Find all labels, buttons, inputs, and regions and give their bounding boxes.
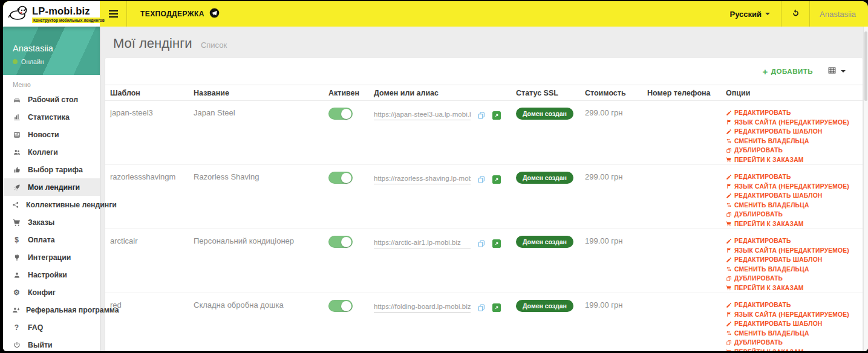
option-duplicate[interactable]: ДУБЛИРОВАТЬ	[726, 210, 858, 219]
option-duplicate[interactable]: ДУБЛИРОВАТЬ	[726, 274, 858, 283]
flag-icon	[726, 247, 732, 253]
sidebar-item-10[interactable]: Настройки	[3, 266, 100, 283]
option-change-owner[interactable]: СМЕНИТЬ ВЛАДЕЛЬЦА	[726, 201, 858, 210]
language-selector[interactable]: Русский	[719, 1, 781, 27]
sidebar-item-2[interactable]: Новости	[3, 126, 100, 143]
add-button-label: ДОБАВИТЬ	[771, 68, 813, 75]
edit-icon	[726, 110, 732, 116]
option-edit[interactable]: РЕДАКТИРОВАТЬ	[726, 172, 858, 182]
template-name: arcticair	[110, 233, 138, 245]
support-button[interactable]: ТЕХПОДДЕРЖКА	[127, 1, 233, 27]
table-header: Шаблон Название Активен Домен или алиас …	[105, 85, 863, 101]
active-toggle[interactable]	[328, 172, 353, 184]
faq-icon: ?	[11, 323, 22, 332]
edit-icon	[726, 238, 732, 244]
landings-icon	[11, 183, 22, 192]
sidebar-item-8[interactable]: $ Оплата	[3, 231, 100, 248]
sidebar-item-7[interactable]: Заказы	[3, 213, 100, 231]
active-toggle[interactable]	[328, 300, 353, 312]
option-site-language[interactable]: ЯЗЫК САЙТА (НЕРЕДАКТИРУЕМОЕ)	[726, 182, 858, 192]
open-site-icon[interactable]	[492, 303, 501, 312]
topbar: LP-mobi.biz Конструктор мобильных лендин…	[3, 1, 868, 27]
domain-input[interactable]	[374, 302, 471, 313]
option-site-language[interactable]: ЯЗЫК САЙТА (НЕРЕДАКТИРУЕМОЕ)	[726, 310, 858, 320]
option-edit-template[interactable]: РЕДАКТИРОВАТЬ ШАБЛОН	[726, 255, 858, 265]
sidebar-menu: Рабочий стол Статистика Новости Коллеги …	[3, 91, 100, 351]
copy-domain-icon[interactable]	[477, 111, 486, 120]
sidebar-item-0[interactable]: Рабочий стол	[3, 91, 100, 108]
topbar-username[interactable]: Anastasiia	[810, 1, 868, 27]
referral-icon	[11, 306, 20, 314]
option-duplicate[interactable]: ДУБЛИРОВАТЬ	[726, 146, 858, 155]
open-site-icon[interactable]	[492, 175, 501, 184]
toggle-knob	[341, 237, 351, 247]
sidebar-item-1[interactable]: Статистика	[3, 108, 100, 126]
logo-subtitle: Конструктор мобильных лендингов	[32, 18, 106, 23]
domain-input[interactable]	[374, 238, 471, 248]
toggle-knob	[341, 109, 351, 119]
edit-icon	[726, 302, 732, 308]
active-toggle[interactable]	[328, 108, 353, 120]
swap-icon	[726, 138, 732, 144]
sidebar-item-5[interactable]: Мои лендинги	[3, 178, 100, 196]
option-edit-template[interactable]: РЕДАКТИРОВАТЬ ШАБЛОН	[726, 127, 858, 137]
option-change-owner[interactable]: СМЕНИТЬ ВЛАДЕЛЬЦА	[726, 137, 858, 146]
sidebar-item-11[interactable]: ⚙ Конфиг	[3, 283, 100, 301]
sidebar-item-4[interactable]: Выбор тарифа	[3, 161, 100, 178]
column-header: Статус SSL	[516, 89, 585, 97]
copy-domain-icon[interactable]	[477, 239, 486, 248]
column-header: Название	[194, 89, 328, 97]
menu-section-label: Меню	[3, 75, 100, 91]
scrollbar[interactable]	[863, 27, 868, 351]
domain-input[interactable]	[374, 173, 471, 184]
landings-card: + ДОБАВИТЬ Шаблон Название Активен Домен…	[105, 58, 863, 351]
option-change-owner[interactable]: СМЕНИТЬ ВЛАДЕЛЬЦА	[726, 329, 858, 338]
page-subtitle: Список	[201, 40, 227, 50]
option-change-owner[interactable]: СМЕНИТЬ ВЛАДЕЛЬЦА	[726, 265, 858, 274]
desktop-icon	[11, 96, 22, 104]
logout-icon	[11, 341, 22, 349]
edit-icon	[726, 174, 732, 180]
open-site-icon[interactable]	[492, 111, 501, 120]
option-duplicate[interactable]: ДУБЛИРОВАТЬ	[726, 338, 858, 348]
copy-domain-icon[interactable]	[477, 303, 486, 312]
sidebar-item-12[interactable]: Реферальная программа	[3, 301, 100, 319]
logo[interactable]: LP-mobi.biz Конструктор мобильных лендин…	[3, 1, 100, 27]
sidebar-item-9[interactable]: Интеграции	[3, 248, 100, 266]
table-row: arcticair Персональний кондиціонер Домен…	[105, 229, 863, 293]
option-edit-template[interactable]: РЕДАКТИРОВАТЬ ШАБЛОН	[726, 319, 858, 329]
landing-name: Japan Steel	[194, 105, 235, 117]
option-edit-template[interactable]: РЕДАКТИРОВАТЬ ШАБЛОН	[726, 191, 858, 201]
active-toggle[interactable]	[328, 236, 353, 248]
domain-input[interactable]	[374, 109, 471, 120]
refresh-button[interactable]	[782, 1, 809, 27]
ssl-status-badge: Домен создан	[516, 108, 573, 120]
telegram-icon	[209, 8, 220, 20]
menu-toggle-button[interactable]	[100, 1, 126, 27]
page-header: Мої лендінги Список	[100, 27, 868, 58]
column-header: Домен или алиас	[374, 89, 516, 97]
option-site-language[interactable]: ЯЗЫК САЙТА (НЕРЕДАКТИРУЕМОЕ)	[726, 246, 858, 256]
option-go-to-orders[interactable]: ПЕРЕЙТИ К ЗАКАЗАМ	[726, 348, 858, 352]
option-edit[interactable]: РЕДАКТИРОВАТЬ	[726, 236, 858, 246]
option-site-language[interactable]: ЯЗЫК САЙТА (НЕРЕДАКТИРУЕМОЕ)	[726, 118, 858, 128]
sidebar-item-14[interactable]: Выйти	[3, 336, 100, 351]
open-site-icon[interactable]	[492, 239, 501, 248]
sidebar-item-6[interactable]: Коллективные лендинги	[3, 196, 100, 213]
option-go-to-orders[interactable]: ПЕРЕЙТИ К ЗАКАЗАМ	[726, 219, 858, 229]
sidebar-item-3[interactable]: Коллеги	[3, 143, 100, 161]
column-header: Стоимость	[585, 89, 647, 97]
payment-icon: $	[11, 236, 22, 244]
integrations-icon	[11, 253, 22, 262]
option-edit[interactable]: РЕДАКТИРОВАТЬ	[726, 108, 858, 118]
table-row: razorlessshavingm Razorless Shaving Доме…	[105, 165, 863, 229]
sidebar-item-13[interactable]: ? FAQ	[3, 319, 100, 336]
option-go-to-orders[interactable]: ПЕРЕЙТИ К ЗАКАЗАМ	[726, 283, 858, 293]
options-list: РЕДАКТИРОВАТЬ ЯЗЫК САЙТА (НЕРЕДАКТИРУЕМО…	[726, 233, 858, 293]
copy-domain-icon[interactable]	[477, 175, 486, 184]
option-edit[interactable]: РЕДАКТИРОВАТЬ	[726, 300, 858, 310]
option-go-to-orders[interactable]: ПЕРЕЙТИ К ЗАКАЗАМ	[726, 155, 858, 165]
add-landing-button[interactable]: + ДОБАВИТЬ	[763, 67, 813, 76]
scrollbar-thumb[interactable]	[864, 31, 867, 101]
table-view-button[interactable]	[827, 66, 846, 77]
